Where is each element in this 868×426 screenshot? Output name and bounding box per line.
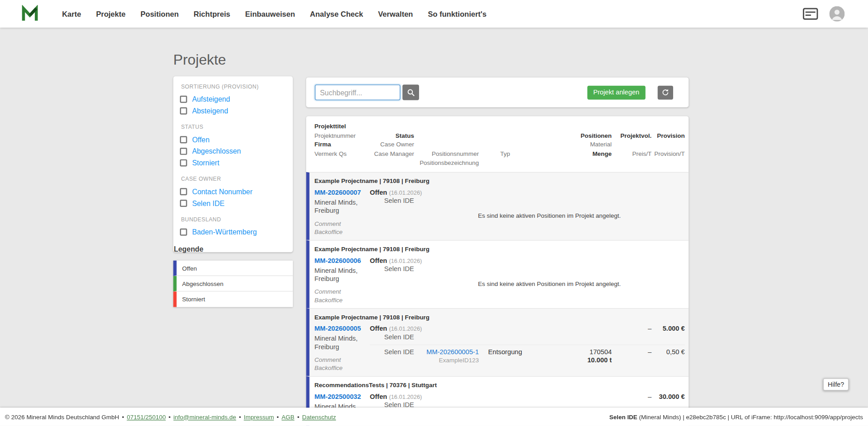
status-label: Offen bbox=[370, 393, 387, 400]
footer: © 2026 Mineral Minds Deutschland GmbH • … bbox=[0, 407, 868, 426]
checkbox-aufsteigend[interactable] bbox=[180, 96, 187, 103]
project-row: Example Projectname | 79108 | Freiburg M… bbox=[306, 240, 689, 308]
position-preis: – bbox=[612, 348, 651, 356]
project-summary-row: Offen (16.01.2026) Selen IDE – 5.000 € bbox=[370, 324, 685, 341]
project-company: Mineral Minds, bbox=[315, 334, 370, 343]
filter-option-label[interactable]: Baden-Württemberg bbox=[192, 226, 257, 238]
legend-item-label: Abgeschlossen bbox=[182, 280, 223, 287]
filter-option-absteigend[interactable]: Absteigend bbox=[180, 105, 286, 117]
col-positionsnummer: Positionsnummer Positionsbezeichnung bbox=[414, 122, 479, 167]
filter-option-label[interactable]: Contact Nonumber bbox=[192, 186, 253, 197]
checkbox-contact-nonumber[interactable] bbox=[180, 188, 187, 195]
filter-section-label: STATUS bbox=[181, 124, 286, 130]
position-row: Selen IDE MM-202600005-1 ExampleID123 En… bbox=[370, 344, 685, 364]
refresh-button[interactable] bbox=[658, 85, 673, 99]
filter-option-contact-nonumber[interactable]: Contact Nonumber bbox=[180, 186, 286, 197]
nav-item-karte[interactable]: Karte bbox=[62, 9, 81, 18]
position-number-link[interactable]: MM-202600005-1 bbox=[426, 348, 479, 356]
status-label: Offen bbox=[370, 324, 387, 332]
legend-item-label: Offen bbox=[182, 265, 197, 272]
project-comment: Comment bbox=[315, 220, 370, 228]
checkbox-offen[interactable] bbox=[180, 136, 187, 143]
filter-section-label: SORTIERUNG (PROVISION) bbox=[181, 84, 286, 89]
footer-impressum-link[interactable]: Impressum bbox=[244, 413, 274, 420]
project-location: Freiburg bbox=[315, 343, 370, 351]
footer-separator: • bbox=[122, 413, 124, 420]
project-location: Freiburg bbox=[315, 207, 370, 215]
project-backoffice: Backoffice bbox=[315, 296, 370, 304]
filter-option-label[interactable]: Storniert bbox=[192, 157, 219, 169]
search-input[interactable] bbox=[315, 84, 401, 100]
create-project-button[interactable]: Projekt anlegen bbox=[587, 85, 646, 99]
nav-item-richtpreis[interactable]: Richtpreis bbox=[193, 9, 230, 18]
mineral-minds-logo-icon[interactable] bbox=[21, 5, 39, 23]
projektvol-total: – bbox=[612, 393, 651, 401]
col-typ: Typ bbox=[479, 122, 531, 167]
footer-separator: • bbox=[169, 413, 171, 420]
checkbox-baden-wuerttemberg[interactable] bbox=[180, 229, 187, 236]
filter-section-case-owner: CASE OWNER Contact Nonumber Selen IDE bbox=[180, 176, 286, 209]
empty-positions-message: Es sind keine aktiven Positionen im Proj… bbox=[414, 212, 685, 219]
filter-option-baden-wuerttemberg[interactable]: Baden-Württemberg bbox=[180, 226, 286, 238]
nav-item-analyse-check[interactable]: Analyse Check bbox=[310, 9, 363, 18]
project-number-link[interactable]: MM-202600006 bbox=[315, 257, 370, 265]
filter-option-offen[interactable]: Offen bbox=[180, 134, 286, 145]
footer-phone-link[interactable]: 07151/250100 bbox=[127, 413, 165, 420]
checkbox-abgeschlossen[interactable] bbox=[180, 148, 187, 155]
footer-datenschutz-link[interactable]: Datenschutz bbox=[302, 413, 336, 420]
checkbox-absteigend[interactable] bbox=[180, 108, 187, 115]
search-button[interactable] bbox=[402, 84, 419, 100]
project-comment: Comment bbox=[315, 287, 370, 296]
footer-email-link[interactable]: info@mineral-minds.de bbox=[174, 413, 236, 420]
checkbox-selen-ide[interactable] bbox=[180, 200, 187, 207]
nav-item-positionen[interactable]: Positionen bbox=[141, 9, 179, 18]
help-button[interactable]: Hilfe? bbox=[823, 379, 849, 391]
app-viewport: Karte Projekte Positionen Richtpreis Ein… bbox=[0, 0, 868, 426]
project-backoffice: Backoffice bbox=[315, 228, 370, 236]
filter-option-abgeschlossen[interactable]: Abgeschlossen bbox=[180, 145, 286, 157]
nav-item-projekte[interactable]: Projekte bbox=[96, 9, 125, 18]
user-avatar-icon[interactable] bbox=[829, 6, 844, 21]
filter-option-label[interactable]: Aufsteigend bbox=[192, 94, 230, 105]
search-toolbar: Projekt anlegen bbox=[306, 77, 689, 107]
filter-option-label[interactable]: Abgeschlossen bbox=[192, 145, 241, 157]
server-icon[interactable] bbox=[803, 8, 818, 20]
footer-separator: • bbox=[297, 413, 299, 420]
project-info: MM-202600006 Mineral Minds, Freiburg Com… bbox=[315, 257, 370, 305]
filter-option-label[interactable]: Absteigend bbox=[192, 105, 228, 117]
nav-item-einbauweisen[interactable]: Einbauweisen bbox=[245, 9, 295, 18]
filter-section-status: STATUS Offen Abgeschlossen Storniert bbox=[180, 124, 286, 169]
col-provision: Provision Provision/T bbox=[651, 122, 684, 167]
top-navigation: Karte Projekte Positionen Richtpreis Ein… bbox=[0, 0, 868, 28]
status-label: Offen bbox=[370, 257, 387, 264]
filter-section-label: CASE OWNER bbox=[181, 176, 286, 182]
nav-item-so-funktionierts[interactable]: So funktioniert's bbox=[428, 9, 486, 18]
position-menge: 10.000 t bbox=[532, 356, 612, 364]
position-provision: 0,50 € bbox=[651, 348, 684, 356]
project-location: Freiburg bbox=[315, 275, 370, 284]
filter-option-storniert[interactable]: Storniert bbox=[180, 157, 286, 169]
footer-agb-link[interactable]: AGB bbox=[282, 413, 294, 420]
project-company: Mineral Minds, bbox=[315, 267, 370, 275]
project-number-link[interactable]: MM-202600007 bbox=[315, 188, 370, 197]
nav-item-verwalten[interactable]: Verwalten bbox=[378, 9, 413, 18]
legend-list: Offen Abgeschlossen Storniert bbox=[173, 261, 292, 307]
status-date: (16.01.2026) bbox=[389, 189, 422, 196]
table-header: Projekttitel Projektnummer Firma Vermerk… bbox=[306, 116, 689, 172]
project-title: Example Projectname | 79108 | Freiburg bbox=[315, 313, 685, 320]
refresh-icon bbox=[661, 89, 669, 96]
legend-item-offen: Offen bbox=[173, 261, 292, 276]
filter-option-selen-ide[interactable]: Selen IDE bbox=[180, 197, 286, 209]
provision-total: 30.000 € bbox=[651, 393, 684, 401]
legend-item-label: Storniert bbox=[182, 296, 205, 303]
checkbox-storniert[interactable] bbox=[180, 159, 187, 167]
project-number-link[interactable]: MM-202500032 bbox=[315, 393, 370, 401]
provision-total: 5.000 € bbox=[651, 324, 684, 332]
footer-left: © 2026 Mineral Minds Deutschland GmbH • … bbox=[5, 413, 336, 420]
filter-option-label[interactable]: Offen bbox=[192, 134, 210, 145]
project-number-link[interactable]: MM-202600005 bbox=[315, 324, 370, 332]
filter-option-aufsteigend[interactable]: Aufsteigend bbox=[180, 94, 286, 105]
projects-table: Projekttitel Projektnummer Firma Vermerk… bbox=[306, 116, 689, 426]
footer-separator: • bbox=[277, 413, 279, 420]
filter-option-label[interactable]: Selen IDE bbox=[192, 197, 225, 209]
